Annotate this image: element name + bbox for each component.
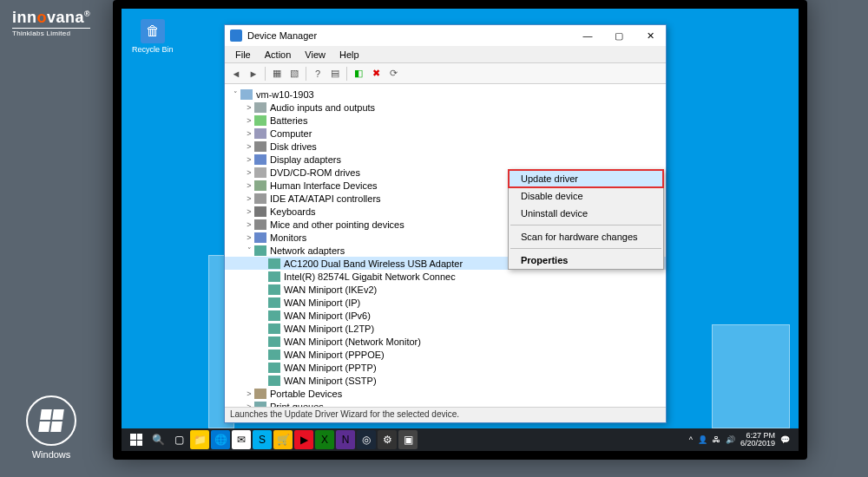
expand-icon[interactable]: >: [244, 233, 254, 242]
tree-item[interactable]: WAN Miniport (Network Monitor): [225, 335, 666, 348]
tree-item[interactable]: >Display adapters: [225, 153, 666, 166]
start-button[interactable]: [125, 429, 148, 450]
device-icon: [254, 193, 266, 204]
device-icon: [268, 337, 280, 347]
tree-item[interactable]: Intel(R) 82574L Gigabit Network Connec: [225, 270, 666, 283]
tree-item[interactable]: >Print queues: [225, 400, 666, 407]
menubar: File Action View Help: [225, 46, 666, 63]
toolbar-icon[interactable]: ▦: [269, 66, 285, 82]
collapse-icon[interactable]: ˅: [230, 90, 240, 99]
back-button[interactable]: ◄: [228, 66, 244, 82]
toolbar-icon[interactable]: ?: [310, 66, 326, 82]
monitor-frame: 🗑 Recycle Bin Device Manager — ▢ ✕ File …: [113, 0, 807, 460]
tree-item[interactable]: >Portable Devices: [225, 387, 666, 400]
windows-icon: [130, 434, 142, 446]
forward-button[interactable]: ►: [246, 66, 261, 82]
ctx-properties[interactable]: Properties: [509, 252, 663, 269]
maximize-button[interactable]: ▢: [603, 25, 635, 46]
tree-label: WAN Miniport (IP): [284, 297, 360, 308]
tree-item[interactable]: >Audio inputs and outputs: [225, 101, 666, 114]
people-icon[interactable]: 👤: [698, 435, 707, 444]
taskbar[interactable]: 🔍 ▢ 📁 🌐 ✉ S 🛒 ▶ X N ◎ ⚙ ▣ ^ 👤 🖧 🔊 6:27 P…: [122, 428, 799, 451]
expand-icon[interactable]: >: [244, 129, 254, 138]
titlebar[interactable]: Device Manager — ▢ ✕: [225, 25, 666, 46]
tree-label: Monitors: [270, 232, 306, 243]
tray-icon[interactable]: ^: [689, 435, 693, 444]
tree-label: WAN Miniport (Network Monitor): [284, 337, 421, 347]
tree-item[interactable]: WAN Miniport (L2TP): [225, 322, 666, 335]
close-button[interactable]: ✕: [635, 25, 666, 46]
tree-label: WAN Miniport (PPPOE): [284, 350, 385, 360]
expand-icon[interactable]: >: [244, 155, 254, 164]
tree-item[interactable]: >Batteries: [225, 114, 666, 127]
task-icon[interactable]: 📁: [190, 430, 209, 449]
expand-icon[interactable]: >: [244, 194, 254, 203]
task-icon[interactable]: X: [315, 430, 334, 449]
device-icon: [240, 89, 253, 100]
ctx-uninstall-device[interactable]: Uninstall device: [509, 205, 663, 222]
toolbar-icon[interactable]: ▧: [286, 66, 302, 82]
menu-help[interactable]: Help: [332, 49, 366, 60]
taskview-icon[interactable]: ▢: [169, 430, 188, 449]
desktop[interactable]: 🗑 Recycle Bin Device Manager — ▢ ✕ File …: [122, 9, 799, 451]
task-icon[interactable]: ▶: [294, 430, 313, 449]
tree-item[interactable]: WAN Miniport (PPTP): [225, 361, 666, 374]
tree-label: Network adapters: [270, 245, 345, 256]
tree-label: vm-w10-1903: [256, 89, 314, 100]
tree-item[interactable]: >Disk drives: [225, 140, 666, 153]
task-icon[interactable]: ⚙: [378, 430, 397, 449]
menu-view[interactable]: View: [298, 49, 332, 60]
update-driver-icon[interactable]: ◧: [351, 66, 366, 82]
tree-item[interactable]: WAN Miniport (SSTP): [225, 374, 666, 387]
steam-icon[interactable]: ◎: [357, 430, 376, 449]
ctx-scan-hardware[interactable]: Scan for hardware changes: [509, 228, 663, 245]
ctx-update-driver[interactable]: Update driver: [508, 169, 664, 188]
tree-item[interactable]: WAN Miniport (PPPOE): [225, 348, 666, 361]
task-icon[interactable]: N: [336, 430, 355, 449]
expand-icon[interactable]: >: [244, 142, 254, 151]
task-icon[interactable]: S: [253, 430, 272, 449]
uninstall-icon[interactable]: ✖: [368, 66, 384, 82]
task-icon[interactable]: 🛒: [273, 430, 293, 449]
task-icon[interactable]: ▣: [398, 430, 418, 449]
device-icon: [268, 310, 280, 321]
system-tray[interactable]: ^ 👤 🖧 🔊 6:27 PM6/20/2019 💬: [689, 432, 795, 448]
task-icon[interactable]: 🌐: [211, 430, 230, 449]
expand-icon[interactable]: >: [244, 168, 254, 177]
expand-icon[interactable]: >: [244, 116, 254, 125]
tree-label: Audio inputs and outputs: [270, 102, 375, 113]
minimize-button[interactable]: —: [572, 25, 603, 46]
expand-icon[interactable]: >: [244, 402, 254, 408]
toolbar-icon[interactable]: ▤: [327, 66, 343, 82]
clock[interactable]: 6:27 PM6/20/2019: [740, 432, 775, 448]
menu-file[interactable]: File: [228, 49, 258, 60]
task-icon[interactable]: ✉: [232, 430, 251, 449]
scan-hardware-icon[interactable]: ⟳: [385, 66, 401, 82]
background-window: [712, 324, 790, 428]
device-icon: [254, 206, 266, 217]
tree-item[interactable]: WAN Miniport (IKEv2): [225, 283, 666, 296]
expand-icon[interactable]: >: [244, 389, 254, 398]
notifications-icon[interactable]: 💬: [780, 435, 790, 444]
volume-icon[interactable]: 🔊: [726, 435, 735, 444]
recycle-bin[interactable]: 🗑 Recycle Bin: [132, 19, 174, 54]
ctx-disable-device[interactable]: Disable device: [509, 187, 663, 205]
tree-label: Display adapters: [270, 154, 341, 165]
tree-item[interactable]: WAN Miniport (IPv6): [225, 309, 666, 322]
tree-label: DVD/CD-ROM drives: [270, 167, 360, 178]
device-icon: [268, 258, 280, 269]
tree-item[interactable]: ˅vm-w10-1903: [225, 88, 666, 101]
menu-action[interactable]: Action: [258, 49, 299, 60]
expand-icon[interactable]: >: [244, 181, 254, 190]
tree-label: Portable Devices: [270, 389, 342, 399]
expand-icon[interactable]: >: [244, 220, 254, 229]
expand-icon[interactable]: >: [244, 103, 254, 112]
tree-label: Intel(R) 82574L Gigabit Network Connec: [284, 271, 456, 282]
expand-icon[interactable]: >: [244, 207, 254, 216]
device-icon: [254, 115, 266, 126]
collapse-icon[interactable]: ˅: [244, 246, 254, 255]
search-icon[interactable]: 🔍: [148, 430, 168, 449]
tree-item[interactable]: >Computer: [225, 127, 666, 140]
network-icon[interactable]: 🖧: [713, 435, 720, 444]
tree-item[interactable]: WAN Miniport (IP): [225, 296, 666, 309]
